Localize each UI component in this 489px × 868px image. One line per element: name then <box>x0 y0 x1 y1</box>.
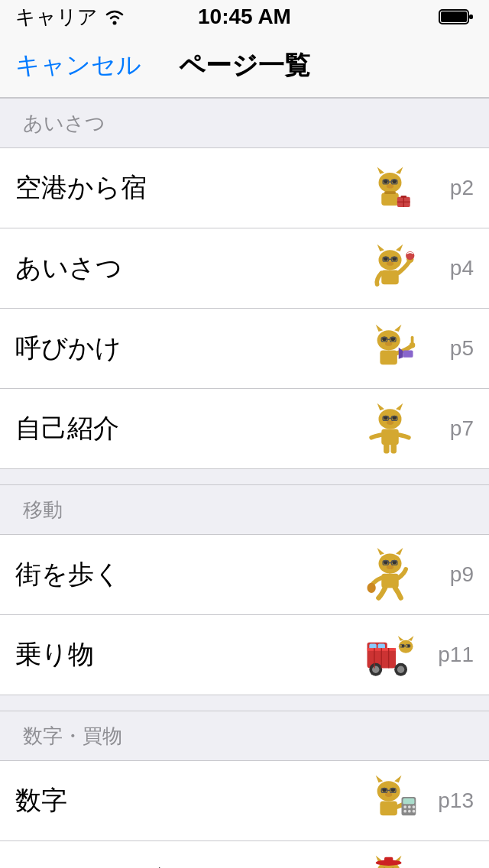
svg-point-93 <box>384 792 391 797</box>
section-header-ido: 移動 <box>0 484 489 535</box>
svg-rect-25 <box>381 270 399 284</box>
list-item-machi[interactable]: 街を歩く <box>0 535 489 615</box>
item-image-kuuko <box>359 157 420 219</box>
svg-rect-96 <box>403 798 414 804</box>
item-title-suuji: 数字 <box>15 783 359 818</box>
item-title-machi: 街を歩く <box>15 557 359 592</box>
item-page-suuji: p13 <box>428 789 474 813</box>
item-image-aisatsu <box>359 238 420 299</box>
list-item-aisatsu[interactable]: あいさつ <box>0 228 489 309</box>
svg-point-101 <box>407 809 410 812</box>
svg-point-100 <box>403 809 406 812</box>
section-gap-2 <box>0 695 489 711</box>
svg-point-9 <box>386 183 393 188</box>
svg-point-31 <box>377 330 400 350</box>
svg-rect-10 <box>381 193 399 206</box>
item-title-kuuko: 空港から宿 <box>15 170 359 206</box>
svg-point-50 <box>386 420 393 425</box>
svg-rect-51 <box>381 429 399 445</box>
svg-marker-58 <box>377 547 384 554</box>
item-page-aisatsu: p4 <box>428 256 474 280</box>
svg-rect-52 <box>384 443 390 453</box>
list-item-suuji[interactable]: 数字 <box>0 761 489 841</box>
section-header-aisatsu: あいさつ <box>0 98 489 148</box>
svg-point-62 <box>386 565 393 569</box>
svg-point-75 <box>397 666 403 672</box>
svg-marker-59 <box>396 547 403 554</box>
item-title-aisatsu: あいさつ <box>15 251 359 286</box>
item-title-jiko: 自己紹介 <box>15 411 359 446</box>
carrier-label: キャリア <box>15 4 98 31</box>
svg-point-73 <box>372 666 379 672</box>
svg-rect-37 <box>380 350 397 364</box>
svg-point-102 <box>412 809 415 812</box>
svg-point-98 <box>407 805 410 808</box>
svg-point-36 <box>384 342 391 346</box>
list-item-jiko[interactable]: 自己紹介 p7 <box>0 389 489 469</box>
svg-marker-81 <box>397 636 403 641</box>
svg-marker-33 <box>394 324 401 331</box>
svg-point-19 <box>378 250 401 270</box>
battery-icon <box>439 8 474 26</box>
svg-point-4 <box>378 172 401 192</box>
item-image-norimono <box>359 624 420 685</box>
svg-rect-2 <box>441 11 467 22</box>
list-ido: 街を歩く <box>0 535 489 695</box>
wifi-icon <box>104 8 125 25</box>
svg-rect-119 <box>384 857 393 863</box>
item-page-norimono: p11 <box>428 643 474 667</box>
svg-rect-3 <box>469 15 473 19</box>
item-title-spain: スペイン数字・買物 <box>15 863 359 868</box>
svg-marker-32 <box>375 324 382 331</box>
nav-title: ページ一覧 <box>179 48 310 83</box>
status-time: 10:45 AM <box>198 5 291 29</box>
svg-point-99 <box>412 805 415 808</box>
list-kaimono: 数字 <box>0 761 489 868</box>
svg-rect-18 <box>400 195 406 197</box>
list-item-yobikake[interactable]: 呼びかけ <box>0 309 489 389</box>
carrier-info: キャリア <box>15 4 125 31</box>
svg-marker-6 <box>396 167 403 173</box>
section-header-aisatsu-label: あいさつ <box>23 110 105 137</box>
item-image-suuji <box>359 770 420 831</box>
svg-rect-11 <box>384 191 396 194</box>
svg-point-24 <box>386 261 393 266</box>
svg-rect-94 <box>380 801 397 815</box>
item-page-yobikake: p5 <box>428 336 474 361</box>
item-page-machi: p9 <box>428 562 474 587</box>
item-page-jiko: p7 <box>428 416 474 441</box>
list-item-norimono[interactable]: 乗り物 <box>0 615 489 695</box>
svg-point-67 <box>367 582 375 592</box>
item-image-yobikake <box>359 318 420 379</box>
svg-point-97 <box>403 805 406 808</box>
status-icons <box>439 8 474 26</box>
svg-point-57 <box>378 553 401 573</box>
svg-marker-90 <box>394 775 401 782</box>
cancel-button[interactable]: キャンセル <box>15 49 141 83</box>
list-item-kuuko[interactable]: 空港から宿 p2 <box>0 148 489 228</box>
svg-marker-46 <box>377 403 384 410</box>
section-header-kaimono: 数字・買物 <box>0 711 489 761</box>
item-title-norimono: 乗り物 <box>15 637 359 672</box>
item-image-machi <box>359 544 420 605</box>
item-image-jiko <box>359 398 420 459</box>
svg-point-0 <box>113 21 117 25</box>
section-header-ido-label: 移動 <box>23 497 63 523</box>
item-image-spain <box>359 850 420 868</box>
svg-rect-43 <box>403 350 413 357</box>
svg-marker-47 <box>396 403 403 410</box>
svg-marker-82 <box>407 636 413 641</box>
section-header-kaimono-label: 数字・買物 <box>23 723 122 750</box>
item-page-kuuko: p2 <box>428 176 474 200</box>
status-bar: キャリア 10:45 AM <box>0 0 489 34</box>
nav-bar: キャンセル ページ一覧 <box>0 34 489 98</box>
svg-marker-20 <box>377 244 384 251</box>
svg-point-88 <box>377 781 400 801</box>
section-gap-1 <box>0 469 489 484</box>
svg-marker-89 <box>375 775 382 782</box>
item-title-yobikake: 呼びかけ <box>15 331 359 366</box>
list-aisatsu: 空港から宿 p2 <box>0 148 489 469</box>
list-item-spain[interactable]: スペイン数字・買物 <box>0 841 489 868</box>
svg-point-45 <box>378 409 401 429</box>
svg-marker-21 <box>396 244 403 251</box>
